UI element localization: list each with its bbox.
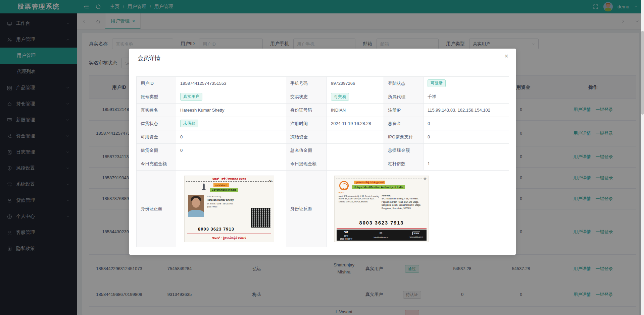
field-label: 用户ID bbox=[137, 77, 176, 90]
field-label: 注册时间 bbox=[286, 117, 327, 130]
field-value-today-withdraw bbox=[327, 157, 384, 171]
field-value-user-id: 1858744125747351553 bbox=[176, 77, 286, 90]
field-label: 总资金 bbox=[384, 117, 424, 130]
field-value-id-number: INDIAN bbox=[327, 104, 384, 117]
gov-english-band: Government of India bbox=[210, 188, 238, 192]
qr-code bbox=[251, 208, 270, 228]
field-label: 所属代理 bbox=[384, 90, 424, 104]
field-value-today-deposit bbox=[176, 157, 286, 171]
scrollbar-thumb[interactable] bbox=[641, 31, 644, 115]
field-value-ipo-payable: 0 bbox=[424, 130, 509, 144]
india-emblem-icon bbox=[201, 183, 206, 191]
account-type-badge: 真实用户 bbox=[180, 93, 202, 101]
id-card-back-image[interactable]: ✕ ಆಧಾರ್ ಭಾರತೀಯ ವಿಶಿಷ್ಟ ಗುರುತು ಪ್ರಾಧಿಕಾರ … bbox=[334, 176, 429, 242]
web-contact: WWWwww.uidai.gov.in bbox=[409, 232, 423, 238]
field-label: 总充值金额 bbox=[286, 144, 327, 157]
address-english: Address: S/O: Manjunath Shetty, # 38, 4t… bbox=[382, 194, 427, 210]
scissors-icon: ✕ bbox=[424, 177, 427, 181]
field-label: 手机号码 bbox=[286, 77, 327, 90]
id-back-label: 身份证反面 bbox=[286, 171, 327, 247]
field-value-register-ip: 115.99.143.83, 162.158.154.102 bbox=[424, 104, 509, 117]
cut-line: ✕ bbox=[336, 179, 427, 179]
id-front-label: 身份证正面 bbox=[137, 171, 176, 247]
www-icon: WWW bbox=[412, 232, 420, 235]
field-label: IPO需要支付 bbox=[384, 130, 424, 144]
field-label: 今日充值金额 bbox=[137, 157, 176, 171]
scissors-icon: ✕ bbox=[269, 179, 272, 184]
phone-contact: ☎19471800 300 1947 bbox=[340, 230, 352, 240]
field-label: 借贷金额 bbox=[137, 144, 176, 157]
authority-kannada-band: ಭಾರತೀಯ ವಿಶಿಷ್ಟ ಗುರುತು ಪ್ರಾಧಿಕಾರ bbox=[354, 181, 385, 184]
card-edge-text: ಆಧಾರ್ - ಶ್ರ�ೀಸಾಮಾನ್ಯನ ಅಧಿಕಾರ bbox=[185, 176, 274, 180]
field-value-register-time: 2024-11-19 16:28:28 bbox=[327, 117, 384, 130]
field-label: 冻结资金 bbox=[286, 130, 327, 144]
id-card-front-image[interactable]: ಆಧಾರ್ - ಶ್ರ�ೀಸಾಮಾನ್ಯನ ಅಧಿಕಾರ ✕ ಭಾರತ ಸರ್ಕ… bbox=[184, 176, 274, 242]
field-label: 交易状态 bbox=[286, 90, 327, 104]
aadhaar-logo-icon bbox=[339, 181, 349, 190]
email-contact: ✉help@uidai.gov.in bbox=[374, 231, 388, 239]
trade-status-badge: 可交易 bbox=[331, 93, 349, 101]
field-label: 真实姓名 bbox=[137, 104, 176, 117]
field-label: 身份证号码 bbox=[286, 104, 327, 117]
authority-english-band: Unique Identification Authority of India bbox=[352, 185, 405, 189]
field-label: 今日提现金额 bbox=[286, 157, 327, 171]
field-label: 杠杆倍数 bbox=[384, 157, 424, 171]
aadhaar-number: 8003 3623 7913 bbox=[335, 220, 429, 226]
close-icon[interactable]: × bbox=[504, 53, 508, 59]
field-label: 可用资金 bbox=[137, 130, 176, 144]
loan-status-badge: 未借款 bbox=[180, 120, 198, 127]
modal-title: 会员详情 bbox=[138, 54, 160, 62]
field-value-leverage: 1 bbox=[424, 157, 509, 171]
phone-icon: ☎ bbox=[340, 230, 352, 235]
mail-icon: ✉ bbox=[374, 231, 388, 236]
member-detail-table: 用户ID 1858744125747351553 手机号码 9972397266… bbox=[136, 76, 509, 247]
address-kannada: ವಿಳಾಸ: S/O: ಮಂಜುನಾಥ ಶೆಟ್ಟಿ, # 38, 4ನೇ ಮೈ… bbox=[339, 195, 379, 204]
field-label: 账号类型 bbox=[137, 90, 176, 104]
field-label: 注册IP bbox=[384, 104, 424, 117]
field-value-available-funds: 0 bbox=[176, 130, 286, 144]
field-value-total-deposit bbox=[327, 144, 384, 157]
field-value-total-withdraw bbox=[424, 144, 509, 157]
gov-kannada-band: ಭಾರತ ಸರ್ಕಾರ bbox=[213, 183, 229, 187]
field-value-real-name: Hareesh Kumar Shetty bbox=[176, 104, 286, 117]
field-value-total-funds: 0 bbox=[424, 117, 509, 130]
page-scrollbar[interactable] bbox=[641, 0, 644, 315]
field-label: 登陆状态 bbox=[384, 77, 424, 90]
field-label: 总提现金额 bbox=[384, 144, 424, 157]
field-value-phone: 9972397266 bbox=[327, 77, 384, 90]
aadhaar-slogan: ಆಧಾರ್ - ಶ್ರೀಸಾಮಾನ್ಯನ ಅಧಿಕಾರ bbox=[185, 236, 274, 240]
field-value-agent: 千祥 bbox=[424, 90, 509, 104]
card-holder-info: ಹರೀಶ್ ಕುಮಾರ್ ಶೆಟ್ಟಿ Hareesh Kumar Shetty… bbox=[207, 195, 242, 209]
field-value-frozen-funds bbox=[327, 130, 384, 144]
portrait-photo bbox=[188, 195, 204, 217]
field-label: 借贷状态 bbox=[137, 117, 176, 130]
cut-line: ✕ bbox=[186, 181, 273, 182]
aadhaar-number: 8003 3623 7913 bbox=[189, 227, 243, 232]
login-status-badge: 可登录 bbox=[428, 79, 446, 87]
member-detail-modal: 会员详情 × 用户ID 1858744125747351553 手机号码 997… bbox=[129, 49, 516, 255]
card-footer: ☎19471800 300 1947 ✉help@uidai.gov.in WW… bbox=[337, 230, 427, 241]
field-value-loan-amount: 0 bbox=[176, 144, 286, 157]
